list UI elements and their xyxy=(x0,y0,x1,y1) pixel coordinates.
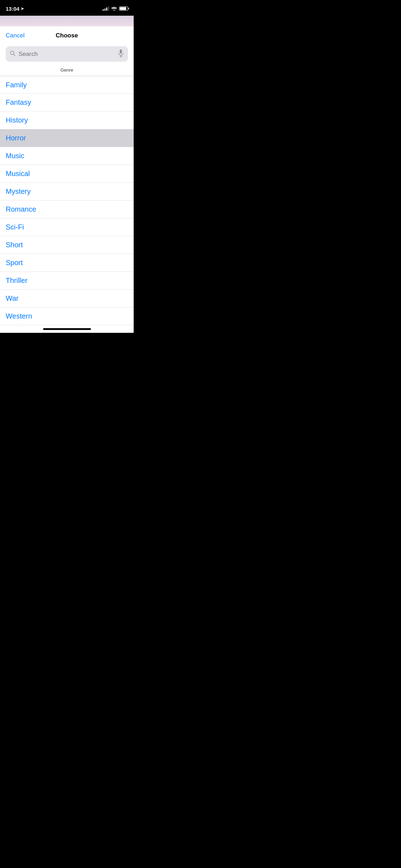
list-item-horror[interactable]: Horror xyxy=(0,129,134,147)
battery-icon xyxy=(119,6,128,11)
cancel-button[interactable]: Cancel xyxy=(6,32,25,39)
genre-label: Musical xyxy=(6,170,30,178)
status-right xyxy=(103,6,128,11)
genre-label: Sport xyxy=(6,259,23,267)
signal-bar-2 xyxy=(104,9,106,11)
genre-label: History xyxy=(6,116,28,124)
list-item[interactable]: War xyxy=(0,290,134,308)
genre-label: Mystery xyxy=(6,187,31,196)
modal-title: Choose xyxy=(56,32,78,39)
genre-label: Sci-Fi xyxy=(6,223,24,231)
genre-label: Thriller xyxy=(6,277,27,285)
home-bar xyxy=(43,328,91,330)
signal-bar-1 xyxy=(103,9,104,11)
list-item[interactable]: Fantasy xyxy=(0,94,134,112)
modal-header: Cancel Choose xyxy=(0,26,134,43)
status-bar: 13:04 ➤ xyxy=(0,0,134,16)
section-header: Genre xyxy=(0,64,134,76)
wifi-icon xyxy=(111,6,117,11)
genre-label: War xyxy=(6,294,19,303)
signal-bars-icon xyxy=(103,6,109,11)
genre-label: Music xyxy=(6,152,24,160)
search-container xyxy=(0,43,134,64)
microphone-icon[interactable] xyxy=(118,49,124,59)
signal-bar-3 xyxy=(106,7,107,11)
genre-label: Horror xyxy=(6,134,26,142)
list-item[interactable]: Family xyxy=(0,76,134,94)
list-item[interactable]: Sport xyxy=(0,254,134,272)
list-item[interactable]: Musical xyxy=(0,165,134,183)
list-item[interactable]: Romance xyxy=(0,201,134,218)
genre-label: Fantasy xyxy=(6,98,31,107)
signal-bar-4 xyxy=(108,6,109,11)
search-icon xyxy=(10,51,16,58)
genre-label: Short xyxy=(6,241,23,249)
svg-rect-2 xyxy=(120,50,122,53)
screen: 13:04 ➤ xyxy=(0,0,134,333)
genre-label: Western xyxy=(6,312,32,320)
genre-label: Family xyxy=(6,81,27,89)
time-label: 13:04 xyxy=(6,6,19,12)
modal-sheet: Cancel Choose xyxy=(0,26,134,333)
genre-list: Family Fantasy History Horror Music Musi… xyxy=(0,76,134,325)
list-item[interactable]: Short xyxy=(0,236,134,254)
list-item[interactable]: History xyxy=(0,112,134,129)
genre-label: Romance xyxy=(6,205,36,213)
list-item[interactable]: Western xyxy=(0,308,134,325)
home-indicator xyxy=(0,325,134,333)
list-item[interactable]: Thriller xyxy=(0,272,134,290)
background-preview xyxy=(0,16,134,26)
list-item[interactable]: Sci-Fi xyxy=(0,218,134,236)
search-input[interactable] xyxy=(19,51,115,58)
list-item[interactable]: Music xyxy=(0,147,134,165)
list-item[interactable]: Mystery xyxy=(0,183,134,201)
search-bar xyxy=(6,46,128,62)
battery-fill xyxy=(120,7,126,10)
status-time: 13:04 ➤ xyxy=(6,6,24,12)
svg-line-1 xyxy=(14,54,15,56)
location-arrow-icon: ➤ xyxy=(21,6,24,11)
